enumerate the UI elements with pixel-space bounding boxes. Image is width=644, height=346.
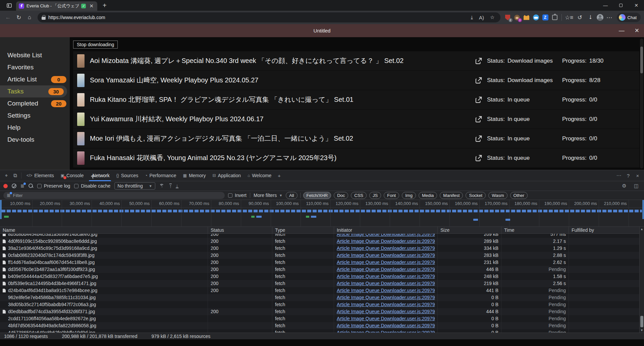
sidebar-item-completed[interactable]: Completed20 bbox=[0, 97, 70, 110]
clear-icon[interactable] bbox=[12, 184, 16, 188]
column-header-time[interactable]: Time bbox=[501, 227, 569, 234]
sidebar-item-website-list[interactable]: Website List bbox=[0, 49, 70, 61]
download-page-icon[interactable]: ⤓ bbox=[469, 14, 475, 20]
filter-chip-js[interactable]: JS bbox=[369, 192, 381, 199]
network-request-row[interactable]: 38d05b35c27140f5babdb947f72c06a3.jpgfetc… bbox=[0, 301, 644, 308]
initiator-link[interactable]: Article Image Queue Downloader.user.js:2… bbox=[337, 309, 435, 314]
filter-chip-css[interactable]: CSS bbox=[351, 192, 367, 199]
window-minimize-button[interactable]: — bbox=[598, 0, 613, 11]
filter-input-pill[interactable]: ≣ bbox=[3, 192, 225, 199]
home-icon[interactable]: ⌂ bbox=[25, 13, 34, 22]
filter-input[interactable] bbox=[13, 193, 221, 198]
filter-chip-other[interactable]: Other bbox=[510, 192, 528, 199]
network-request-row[interactable]: d24b40a4f6d34d1ba8a91c57e984bcee.jpg200f… bbox=[0, 287, 644, 294]
network-overview-timeline[interactable]: 10,000 ms20,000 ms30,000 ms40,000 ms50,0… bbox=[0, 200, 644, 227]
dock-side-icon[interactable]: ◫ bbox=[632, 182, 641, 190]
browser-tab[interactable]: Everia Club - 「公式ウェブサイト」 ✓ ✕ bbox=[16, 1, 97, 11]
more-filters-dropdown[interactable]: More filters▼ bbox=[254, 193, 282, 198]
network-request-row[interactable]: 962e8fe5e7eb4586ba7885fc11c31034.jpgfetc… bbox=[0, 294, 644, 301]
preserve-log-group[interactable]: Preserve log bbox=[37, 183, 70, 189]
more-menu-icon[interactable]: ⋯ bbox=[605, 13, 614, 22]
downloads-icon[interactable]: ⭣ bbox=[586, 13, 595, 22]
search-icon[interactable] bbox=[29, 184, 33, 188]
column-header-type[interactable]: Type bbox=[272, 227, 334, 234]
disable-cache-checkbox[interactable] bbox=[74, 184, 78, 188]
column-header-fulfilled-by[interactable]: Fulfilled by bbox=[569, 227, 644, 234]
initiator-link[interactable]: Article Image Queue Downloader.user.js:2… bbox=[337, 330, 435, 333]
copilot-chat-button[interactable]: Chat bbox=[617, 13, 641, 22]
column-header-size[interactable]: Size bbox=[438, 227, 501, 234]
import-har-icon[interactable]: ↑ bbox=[169, 184, 172, 188]
network-conditions-icon[interactable] bbox=[159, 184, 165, 188]
external-link-icon[interactable] bbox=[475, 96, 482, 103]
tab-memory[interactable]: ▦Memory bbox=[180, 170, 209, 181]
filter-chip-manifest[interactable]: Manifest bbox=[440, 192, 463, 199]
task-row[interactable]: Moe Iori 伊織もえ, 漫画アクションデジタル写真集 「一泊二日、一緒にい… bbox=[73, 129, 639, 148]
read-aloud-icon[interactable]: A) bbox=[477, 15, 486, 20]
refresh-icon[interactable]: ↻ bbox=[14, 13, 23, 22]
overview-left-handle[interactable] bbox=[0, 200, 2, 219]
tab-welcome[interactable]: ⌂Welcome bbox=[244, 170, 275, 181]
filter-chip-doc[interactable]: Doc bbox=[334, 192, 348, 199]
back-icon[interactable]: ← bbox=[3, 13, 13, 22]
app-minimize-button[interactable]: — bbox=[619, 27, 625, 34]
devtools-help-icon[interactable]: ? bbox=[624, 171, 633, 180]
cloud-extension-icon[interactable] bbox=[532, 13, 540, 21]
sidebar-item-article-list[interactable]: Article List0 bbox=[0, 73, 70, 85]
cat-extension-icon[interactable] bbox=[523, 13, 531, 21]
tab-network[interactable]: Network bbox=[87, 170, 113, 181]
external-link-icon[interactable] bbox=[475, 135, 482, 142]
extensions-puzzle-icon[interactable] bbox=[551, 13, 559, 21]
initiator-link[interactable]: Article Image Queue Downloader.user.js:2… bbox=[337, 302, 435, 307]
task-row[interactable]: Aoi Mizobata 溝端葵, 週プレ＋Special No.340 3rd… bbox=[73, 51, 639, 70]
new-tab-button[interactable]: + bbox=[101, 2, 109, 9]
initiator-link[interactable]: Article Image Queue Downloader.user.js:2… bbox=[337, 238, 435, 244]
export-har-icon[interactable]: ↓ bbox=[176, 184, 178, 188]
network-request-row[interactable]: 0bf539e9ca124495b4d3b4e4966f1471.jpg200f… bbox=[0, 280, 644, 287]
task-list-scrollbar[interactable] bbox=[640, 39, 643, 168]
sidebar-item-favorites[interactable]: Favorites bbox=[0, 61, 70, 73]
initiator-link[interactable]: Article Image Queue Downloader.user.js:2… bbox=[337, 234, 435, 237]
initiator-link[interactable]: Article Image Queue Downloader.user.js:2… bbox=[337, 281, 435, 286]
network-table-scrollbar[interactable]: ▲ ▼ bbox=[639, 227, 644, 333]
external-link-icon[interactable] bbox=[475, 77, 482, 84]
filter-chip-img[interactable]: Img bbox=[402, 192, 416, 199]
invert-checkbox[interactable] bbox=[228, 193, 232, 198]
filter-chip-socket[interactable]: Socket bbox=[466, 192, 486, 199]
filter-toggle-icon[interactable]: ≣ bbox=[20, 183, 24, 189]
initiator-link[interactable]: Article Image Queue Downloader.user.js:2… bbox=[337, 246, 435, 251]
task-row[interactable]: Fuka Hanasaki 花咲楓香, Young Animal 2025 No… bbox=[73, 148, 639, 167]
window-restore-button[interactable] bbox=[613, 0, 629, 11]
devtools-more-icon[interactable]: ⋯ bbox=[614, 171, 623, 180]
network-request-row[interactable]: 2cdd171106ff4056aa58b4ede892672e.jpgfetc… bbox=[0, 315, 644, 322]
task-row[interactable]: Yui Kawamura 川村結衣, Weekly Playboy Plus 2… bbox=[73, 110, 639, 129]
url-text[interactable]: https://www.everiaclub.com bbox=[48, 15, 466, 20]
tampermonkey-icon[interactable]: 3 bbox=[513, 13, 521, 21]
address-bar[interactable]: https://www.everiaclub.com ⤓ A) ☆ bbox=[38, 12, 500, 22]
z-extension-icon[interactable]: Z bbox=[541, 13, 549, 21]
filter-chip-media[interactable]: Media bbox=[419, 192, 437, 199]
initiator-link[interactable]: Article Image Queue Downloader.user.js:2… bbox=[337, 295, 435, 300]
initiator-link[interactable]: Article Image Queue Downloader.user.js:2… bbox=[337, 260, 435, 265]
external-link-icon[interactable] bbox=[475, 57, 482, 65]
sidebar-item-tasks[interactable]: Tasks30 bbox=[0, 85, 67, 97]
tab-application[interactable]: ⊟Application bbox=[209, 170, 244, 181]
collections-icon[interactable]: ☆≡ bbox=[565, 13, 574, 22]
tab-sources[interactable]: {}Sources bbox=[113, 170, 142, 181]
initiator-link[interactable]: Article Image Queue Downloader.user.js:2… bbox=[337, 316, 435, 321]
devtools-new-tab-icon[interactable]: + bbox=[275, 171, 283, 180]
filter-chip-all[interactable]: All bbox=[286, 192, 297, 199]
invert-group[interactable]: Invert bbox=[228, 193, 247, 198]
network-request-row[interactable]: 39a21e93640f45c89c75d3d99168a9cd.jpg200f… bbox=[0, 245, 644, 252]
tab-console[interactable]: ▣Console bbox=[57, 170, 87, 181]
tab-close-icon[interactable]: ✕ bbox=[88, 3, 95, 9]
network-request-row[interactable]: b409e554444a425d8327f7a6bdaed7e5.jpg200f… bbox=[0, 273, 644, 280]
tab-elements[interactable]: </>Elements bbox=[23, 170, 57, 181]
sidebar-item-help[interactable]: Help bbox=[0, 122, 70, 134]
column-header-name[interactable]: Name bbox=[0, 227, 208, 234]
network-request-row[interactable]: 4bfd7d5063544d949a9cfa822d986058.jpgfetc… bbox=[0, 322, 644, 329]
network-request-row[interactable]: 0cfab086232040d78c174dc59493f3f8.jpg200f… bbox=[0, 252, 644, 259]
external-link-icon[interactable] bbox=[475, 116, 482, 123]
scroll-down-arrow[interactable]: ▼ bbox=[640, 328, 644, 333]
scrollbar-thumb[interactable] bbox=[640, 47, 643, 73]
